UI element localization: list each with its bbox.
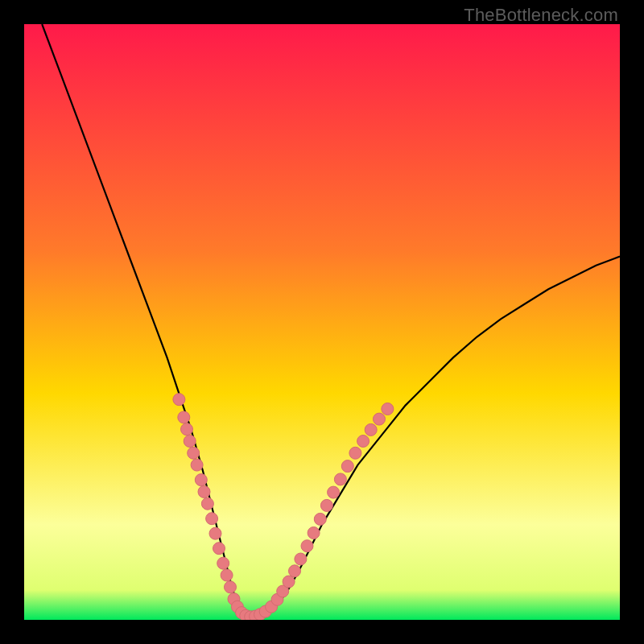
curve-marker <box>213 543 225 555</box>
curve-marker <box>206 513 218 525</box>
curve-marker <box>181 423 193 436</box>
curve-marker <box>173 394 185 406</box>
gradient-background <box>24 24 620 620</box>
curve-marker <box>295 553 307 565</box>
curve-marker <box>188 447 200 459</box>
chart-frame <box>24 24 620 620</box>
curve-marker <box>198 485 210 497</box>
curve-marker <box>334 473 346 485</box>
curve-marker <box>320 499 332 511</box>
curve-marker <box>314 513 326 525</box>
curve-marker <box>357 436 369 448</box>
curve-marker <box>191 459 203 471</box>
curve-marker <box>209 527 221 539</box>
watermark-text: TheBottleneck.com <box>464 5 618 26</box>
curve-marker <box>283 576 295 588</box>
curve-marker <box>225 581 237 593</box>
curve-marker <box>195 474 207 486</box>
curve-marker <box>217 557 229 569</box>
curve-marker <box>178 411 190 423</box>
curve-marker <box>184 436 196 448</box>
curve-marker <box>382 403 394 415</box>
curve-marker <box>365 423 377 436</box>
curve-marker <box>308 527 320 539</box>
curve-marker <box>328 486 340 498</box>
curve-marker <box>301 540 313 552</box>
curve-marker <box>341 460 353 473</box>
curve-marker <box>201 497 213 510</box>
curve-marker <box>289 565 301 577</box>
curve-marker <box>349 447 361 459</box>
curve-marker <box>374 413 386 425</box>
curve-marker <box>221 569 233 581</box>
bottleneck-chart <box>24 24 620 620</box>
